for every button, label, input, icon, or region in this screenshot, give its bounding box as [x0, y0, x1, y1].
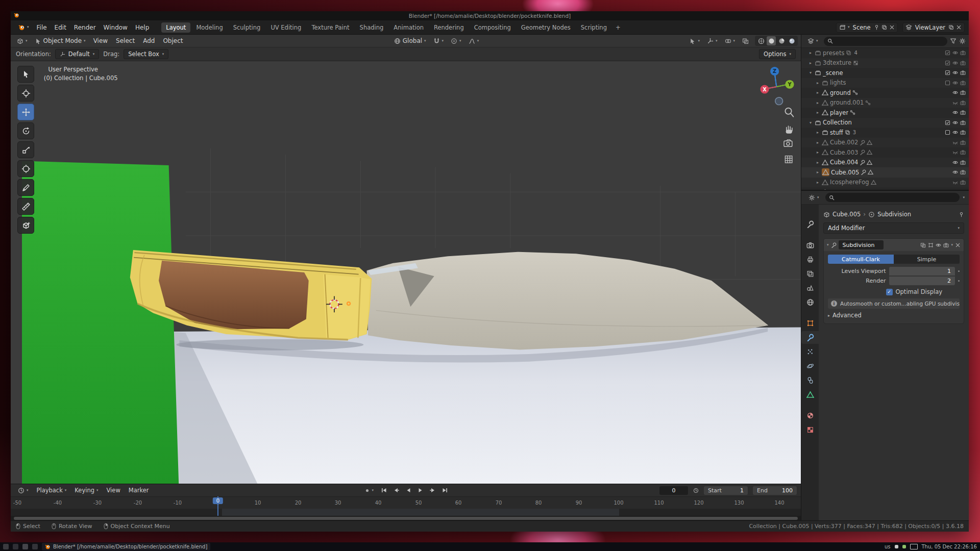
- options-dropdown[interactable]: Options▾: [759, 49, 796, 59]
- close-icon[interactable]: [889, 24, 895, 30]
- tab-texture-paint[interactable]: Texture Paint: [307, 22, 354, 33]
- advanced-section-toggle[interactable]: ▸ Advanced: [828, 312, 960, 319]
- menu-add[interactable]: Add: [139, 36, 158, 46]
- timeline-body[interactable]: -50 -40 -30 -20 -10 0 10 20 30 40 50 60 …: [11, 496, 801, 520]
- menu-render[interactable]: Render: [70, 22, 100, 33]
- tab-output[interactable]: [801, 253, 819, 266]
- launcher-icon[interactable]: [22, 544, 28, 549]
- outliner-row-cube-005[interactable]: ▸Cube.005: [801, 167, 969, 178]
- mode-dropdown[interactable]: Object Mode▾: [32, 36, 89, 45]
- eye-icon[interactable]: [952, 70, 958, 76]
- collapse-arrow-icon[interactable]: ▾: [808, 120, 813, 125]
- decorator-dot-icon[interactable]: [958, 270, 960, 272]
- menu-edit[interactable]: Edit: [51, 22, 70, 33]
- tab-sculpting[interactable]: Sculpting: [229, 22, 265, 33]
- tool-rotate[interactable]: [17, 122, 34, 139]
- eye-closed-icon[interactable]: [952, 180, 958, 185]
- camera-icon[interactable]: [960, 149, 966, 155]
- close-icon[interactable]: [956, 24, 962, 30]
- outliner-row-3dtexture[interactable]: ▸3dtexture: [801, 58, 969, 68]
- drag-dropdown[interactable]: Select Box▾: [124, 49, 168, 59]
- menu-object[interactable]: Object: [159, 36, 186, 46]
- auto-keying-icon[interactable]: [693, 488, 699, 493]
- scene-name[interactable]: Scene: [852, 24, 872, 31]
- tab-scene[interactable]: [801, 282, 819, 294]
- camera-icon[interactable]: [960, 110, 966, 115]
- eye-icon[interactable]: [952, 60, 958, 66]
- falloff-dropdown[interactable]: ▾: [465, 37, 482, 45]
- camera-icon[interactable]: [960, 70, 966, 76]
- checkbox-icon[interactable]: [945, 80, 950, 86]
- optimal-display-checkbox[interactable]: ✓: [886, 289, 893, 295]
- camera-icon[interactable]: [960, 180, 966, 185]
- outliner-row-clipped[interactable]: ▸: [801, 187, 969, 190]
- collapse-arrow-icon[interactable]: ▾: [827, 243, 829, 247]
- tab-uv-editing[interactable]: UV Editing: [266, 22, 306, 33]
- window-titlebar[interactable]: Blender* [/home/amalie/Desktop/blender/p…: [11, 11, 969, 20]
- playhead[interactable]: 0: [217, 496, 218, 516]
- timeline-track[interactable]: [11, 509, 801, 516]
- camera-icon[interactable]: [960, 120, 966, 126]
- shading-rendered-button[interactable]: [787, 36, 796, 45]
- jump-to-end-button[interactable]: [440, 486, 450, 494]
- outliner-row-ground-001[interactable]: ▸ground.001: [801, 98, 969, 108]
- chevron-down-icon[interactable]: ▾: [963, 196, 965, 199]
- tab-object[interactable]: [801, 317, 819, 330]
- overlays-dropdown[interactable]: ▾: [722, 37, 739, 45]
- show-render-icon[interactable]: [943, 242, 949, 248]
- taskbar-window-entry[interactable]: Blender* [/home/amalie/Desktop/blender/p…: [42, 543, 210, 550]
- tab-texture[interactable]: [801, 423, 819, 436]
- timeline-scrollbar[interactable]: [11, 516, 801, 520]
- pin-icon[interactable]: [959, 212, 964, 217]
- playhead-frame-label[interactable]: 0: [213, 497, 223, 504]
- pin-icon[interactable]: [874, 24, 879, 30]
- show-in-edit-mode-icon[interactable]: [928, 242, 934, 248]
- expand-arrow-icon[interactable]: ▸: [815, 180, 820, 185]
- camera-icon[interactable]: [960, 50, 966, 56]
- outliner-row-lights[interactable]: ▸lights: [801, 78, 969, 88]
- tab-scripting[interactable]: Scripting: [576, 22, 611, 33]
- eye-icon[interactable]: [952, 120, 958, 126]
- menu-keying[interactable]: Keying▾: [71, 486, 101, 495]
- eye-closed-icon[interactable]: [952, 149, 958, 155]
- jump-to-start-button[interactable]: [379, 486, 389, 494]
- xray-toggle[interactable]: [739, 37, 752, 45]
- camera-icon[interactable]: [960, 169, 966, 175]
- outliner-row-icospherefog[interactable]: ▸IcosphereFog: [801, 178, 969, 188]
- camera-icon[interactable]: [960, 130, 966, 135]
- eye-closed-icon[interactable]: [952, 140, 958, 145]
- menu-file[interactable]: File: [33, 22, 51, 33]
- outliner-row-player[interactable]: ▸player: [801, 108, 969, 118]
- tab-modeling[interactable]: Modeling: [191, 22, 227, 33]
- shading-material-button[interactable]: [777, 36, 786, 45]
- shading-wireframe-button[interactable]: [756, 36, 766, 45]
- modifier-name-field[interactable]: Subdivision: [839, 240, 884, 249]
- tab-layout[interactable]: Layout: [161, 22, 190, 33]
- tab-world[interactable]: [801, 296, 819, 309]
- keyboard-layout-indicator[interactable]: us: [885, 544, 891, 549]
- editor-type-button[interactable]: ▾: [14, 37, 31, 45]
- menu-window[interactable]: Window: [100, 22, 131, 33]
- scene-browse-icon[interactable]: [839, 24, 846, 31]
- render-levels-field[interactable]: 2: [889, 277, 955, 285]
- tool-measure[interactable]: [17, 198, 34, 215]
- tab-animation[interactable]: Animation: [389, 22, 428, 33]
- axis-neg-z-ball[interactable]: [775, 97, 783, 105]
- decorator-dot-icon[interactable]: [958, 280, 960, 282]
- eye-closed-icon[interactable]: [952, 100, 958, 106]
- tool-move[interactable]: [17, 104, 34, 120]
- breadcrumb-object[interactable]: Cube.005: [832, 211, 861, 218]
- outliner-row-collection[interactable]: ▾Collection: [801, 118, 969, 128]
- checkbox-icon[interactable]: [945, 50, 950, 56]
- add-modifier-button[interactable]: Add Modifier ▾: [823, 222, 964, 234]
- tab-particles[interactable]: [801, 345, 819, 358]
- transform-orientation-dropdown[interactable]: Global▾: [391, 36, 429, 45]
- prev-keyframe-button[interactable]: [391, 486, 401, 494]
- camera-icon[interactable]: [960, 100, 966, 106]
- checkbox-icon[interactable]: [945, 130, 950, 135]
- menu-marker[interactable]: Marker: [126, 486, 152, 495]
- checkbox-icon[interactable]: [945, 70, 950, 76]
- modifier-extras-icon[interactable]: ▾: [951, 243, 953, 247]
- expand-arrow-icon[interactable]: ▸: [815, 160, 820, 165]
- tab-modifiers[interactable]: [801, 331, 819, 344]
